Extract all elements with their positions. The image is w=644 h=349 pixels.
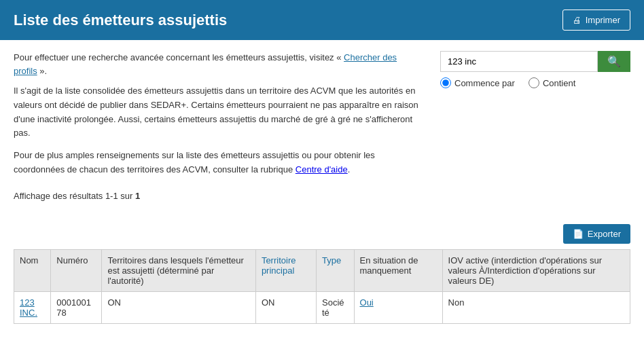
radio-contains-input[interactable] [529, 77, 539, 88]
col-territoire-principal: Territoire principal [255, 249, 316, 291]
issuer-name-link[interactable]: 123 INC. [20, 297, 37, 318]
cell-type: Socié té [317, 291, 355, 323]
cell-manquement: Oui [354, 291, 442, 323]
table-row: 123 INC. 0001001 78 ON ON Socié té Oui N… [14, 291, 630, 323]
cell-numero: 0001001 78 [51, 291, 102, 323]
cell-iov: Non [442, 291, 630, 323]
page-header: Liste des émetteurs assujettis 🖨 Imprime… [0, 0, 644, 40]
radio-starts-with-input[interactable] [440, 77, 451, 88]
intro-paragraph: Pour effectuer une recherche avancée con… [14, 51, 427, 77]
cell-nom: 123 INC. [14, 291, 51, 323]
table-header-row: Nom Numéro Territoires dans lesquels l'é… [14, 249, 630, 291]
search-container: 🔍 Commence par Contient [440, 51, 630, 88]
search-icon: 🔍 [607, 56, 621, 67]
radio-starts-with[interactable]: Commence par [440, 77, 515, 88]
table-container: Nom Numéro Territoires dans lesquels l'é… [0, 249, 644, 337]
page-title: Liste des émetteurs assujettis [14, 12, 227, 29]
left-panel: Pour effectuer une recherche avancée con… [14, 51, 427, 213]
search-input[interactable] [440, 51, 598, 72]
col-type: Type [317, 249, 355, 291]
search-options: Commence par Contient [440, 77, 630, 88]
col-territoires: Territoires dans lesquels l'émetteur est… [102, 249, 255, 291]
help-center-link[interactable]: Centre d'aide [296, 164, 348, 174]
export-icon: 📄 [573, 229, 584, 239]
export-button[interactable]: 📄 Exporter [563, 224, 630, 244]
results-table: Nom Numéro Territoires dans lesquels l'é… [14, 249, 630, 324]
col-numero: Numéro [51, 249, 102, 291]
col-nom: Nom [14, 249, 51, 291]
col-manquement: En situation de manquement [354, 249, 442, 291]
body-text-2: Pour de plus amples renseignements sur l… [14, 149, 427, 177]
results-number: 1 [135, 191, 140, 201]
search-button[interactable]: 🔍 [598, 51, 630, 72]
right-panel: 🔍 Commence par Contient [440, 51, 630, 213]
cell-territoires: ON [102, 291, 255, 323]
export-row: 📄 Exporter [0, 224, 644, 249]
main-content: Pour effectuer une recherche avancée con… [0, 40, 644, 224]
body-text-1: Il s'agit de la liste consolidée des éme… [14, 84, 427, 141]
radio-contains[interactable]: Contient [529, 77, 575, 88]
results-count: Affichage des résultats 1-1 sur 1 [14, 185, 427, 206]
search-row: 🔍 [440, 51, 630, 72]
cell-territoire-principal: ON [255, 291, 316, 323]
manquement-link[interactable]: Oui [360, 297, 374, 308]
print-icon: 🖨 [573, 15, 582, 25]
col-iov: IOV active (interdiction d'opérations su… [442, 249, 630, 291]
print-button[interactable]: 🖨 Imprimer [562, 10, 630, 31]
